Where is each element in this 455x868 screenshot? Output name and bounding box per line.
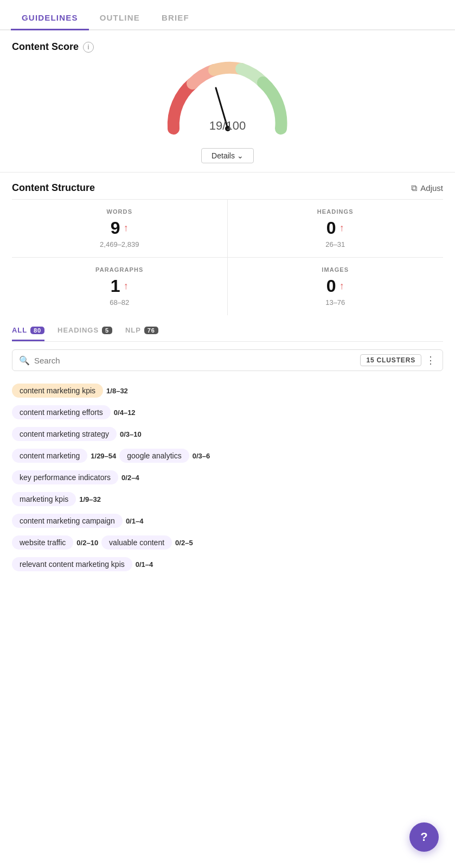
keyword-count: 0/2–10 <box>76 539 98 547</box>
keyword-tag[interactable]: content marketing kpis <box>12 384 103 398</box>
keyword-row: relevant content marketing kpis 0/1–4 <box>12 553 443 575</box>
keyword-row: content marketing efforts 0/4–12 <box>12 401 443 423</box>
tab-guidelines[interactable]: GUIDELINES <box>11 5 89 30</box>
keyword-tag[interactable]: key performance indicators <box>12 470 118 484</box>
filter-tabs-bar: ALL 80 HEADINGS 5 NLP 76 <box>0 315 455 341</box>
keyword-count: 1/29–54 <box>91 452 116 460</box>
keyword-row: content marketing kpis 1/8–32 <box>12 380 443 401</box>
gauge-score: 19/100 <box>209 106 246 134</box>
info-icon[interactable]: i <box>83 42 94 53</box>
words-cell: WORDS 9 ↑ 2,469–2,839 <box>12 200 228 258</box>
keywords-list: content marketing kpis 1/8–32 content ma… <box>0 376 455 591</box>
details-button[interactable]: Details ⌄ <box>201 148 254 163</box>
paragraphs-arrow-icon: ↑ <box>124 280 129 292</box>
filter-tab-headings[interactable]: HEADINGS 5 <box>57 326 112 341</box>
all-badge: 80 <box>30 327 44 334</box>
paragraphs-value: 1 ↑ <box>23 276 216 296</box>
structure-grid: WORDS 9 ↑ 2,469–2,839 HEADINGS 0 ↑ 26–31… <box>12 199 443 315</box>
content-structure-title: Content Structure <box>12 182 95 194</box>
tab-brief[interactable]: BRIEF <box>151 5 200 30</box>
sliders-icon: ⧉ <box>411 183 417 193</box>
keyword-tag[interactable]: website traffic <box>12 535 73 550</box>
keyword-tag[interactable]: content marketing campaign <box>12 514 123 528</box>
images-arrow-icon: ↑ <box>339 280 344 292</box>
headings-cell: HEADINGS 0 ↑ 26–31 <box>228 200 444 258</box>
keyword-count: 1/9–32 <box>79 495 101 503</box>
filter-tab-nlp[interactable]: NLP 76 <box>125 326 158 341</box>
keyword-count: 0/3–10 <box>120 430 142 438</box>
headings-value: 0 ↑ <box>239 218 433 238</box>
images-label: IMAGES <box>239 266 433 273</box>
keyword-count: 0/1–4 <box>136 560 153 569</box>
clusters-badge[interactable]: 15 CLUSTERS <box>360 354 421 366</box>
tabs-bar: GUIDELINES OUTLINE BRIEF <box>0 5 455 30</box>
images-range: 13–76 <box>239 298 433 307</box>
gauge-container: 19/100 <box>12 53 443 134</box>
keyword-row: content marketing campaign 0/1–4 <box>12 510 443 532</box>
keyword-count: 0/2–4 <box>121 474 139 482</box>
headings-arrow-icon: ↑ <box>339 222 344 234</box>
words-arrow-icon: ↑ <box>124 222 129 234</box>
filter-tab-all[interactable]: ALL 80 <box>12 326 44 341</box>
content-score-section: Content Score i 19/100 <box>0 30 455 163</box>
paragraphs-cell: PARAGRAPHS 1 ↑ 68–82 <box>12 258 228 315</box>
keyword-tag[interactable]: valuable content <box>101 535 172 550</box>
keyword-tag[interactable]: content marketing <box>12 449 87 463</box>
keyword-tag[interactable]: content marketing efforts <box>12 405 111 419</box>
keyword-row: content marketing strategy 0/3–10 <box>12 423 443 445</box>
nlp-badge: 76 <box>144 327 158 334</box>
keyword-row: website traffic 0/2–10 valuable content … <box>12 532 443 553</box>
keyword-tag[interactable]: google analytics <box>119 449 189 463</box>
gauge-wrap: 19/100 <box>157 58 298 134</box>
help-button[interactable]: ? <box>409 822 439 852</box>
images-value: 0 ↑ <box>239 276 433 296</box>
chevron-down-icon: ⌄ <box>237 151 243 160</box>
search-bar: 🔍 15 CLUSTERS ⋮ <box>12 349 443 371</box>
filter-divider <box>12 341 443 342</box>
headings-label: HEADINGS <box>239 208 433 215</box>
keyword-count: 1/8–32 <box>106 387 128 395</box>
keyword-tag[interactable]: marketing kpis <box>12 492 76 506</box>
search-input[interactable] <box>34 356 360 365</box>
images-cell: IMAGES 0 ↑ 13–76 <box>228 258 444 315</box>
headings-range: 26–31 <box>239 240 433 248</box>
headings-badge: 5 <box>102 327 112 334</box>
keyword-count: 0/2–5 <box>175 539 193 547</box>
tab-outline[interactable]: OUTLINE <box>89 5 151 30</box>
paragraphs-range: 68–82 <box>23 298 216 307</box>
paragraphs-label: PARAGRAPHS <box>23 266 216 273</box>
keyword-row: content marketing 1/29–54 google analyti… <box>12 445 443 467</box>
words-value: 9 ↑ <box>23 218 216 238</box>
content-score-title: Content Score i <box>12 41 443 53</box>
content-structure-header: Content Structure ⧉ Adjust <box>0 173 455 199</box>
keyword-row: key performance indicators 0/2–4 <box>12 467 443 488</box>
words-range: 2,469–2,839 <box>23 240 216 248</box>
adjust-button[interactable]: ⧉ Adjust <box>411 183 443 193</box>
keyword-tag[interactable]: content marketing strategy <box>12 427 117 441</box>
words-label: WORDS <box>23 208 216 215</box>
keyword-count: 0/1–4 <box>126 517 144 525</box>
keyword-tag[interactable]: relevant content marketing kpis <box>12 557 132 571</box>
keyword-row: marketing kpis 1/9–32 <box>12 488 443 510</box>
search-icon: 🔍 <box>19 355 30 366</box>
more-options-icon[interactable]: ⋮ <box>426 354 436 366</box>
keyword-count: 0/3–6 <box>193 452 210 460</box>
keyword-count: 0/4–12 <box>114 409 136 417</box>
